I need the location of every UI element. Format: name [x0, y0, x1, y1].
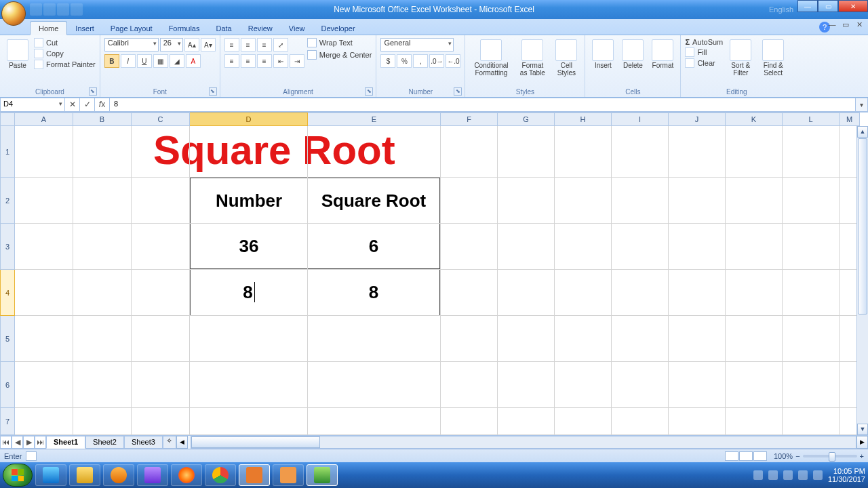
align-middle-button[interactable]: ≡ [241, 38, 256, 52]
align-bottom-button[interactable]: ≡ [257, 38, 272, 52]
taskbar-excel[interactable] [307, 464, 338, 486]
shrink-font-button[interactable]: A▾ [201, 38, 216, 52]
column-header-I[interactable]: I [612, 113, 669, 126]
sort-filter-button[interactable]: Sort & Filter [726, 38, 755, 78]
accounting-format-button[interactable]: $ [380, 54, 395, 68]
tray-action-center-icon[interactable] [798, 470, 808, 480]
autosum-button[interactable]: ΣAutoSum [685, 38, 723, 46]
page-break-view-button[interactable] [753, 451, 767, 461]
column-header-K[interactable]: K [726, 113, 783, 126]
cell-e4[interactable]: 8 [307, 268, 440, 316]
macro-record-icon[interactable] [26, 451, 37, 461]
align-left-button[interactable]: ≡ [224, 54, 239, 68]
tab-developer[interactable]: Developer [313, 22, 363, 35]
find-select-button[interactable]: Find & Select [758, 38, 788, 78]
fill-color-button[interactable]: ◢ [170, 54, 184, 68]
column-header-F[interactable]: F [441, 113, 498, 126]
percent-format-button[interactable]: % [397, 54, 412, 68]
increase-decimal-button[interactable]: .0→ [429, 54, 444, 68]
maximize-button[interactable]: ▭ [818, 0, 838, 12]
clear-button[interactable]: Clear [685, 58, 723, 68]
row-header-6[interactable]: 6 [0, 362, 15, 408]
number-dialog-launcher[interactable]: ⬊ [454, 87, 462, 96]
row-header-2[interactable]: 2 [0, 178, 15, 224]
row-header-7[interactable]: 7 [0, 408, 15, 435]
scroll-right-button[interactable]: ▶ [856, 436, 868, 449]
last-sheet-button[interactable]: ⏭ [35, 436, 46, 449]
select-all-button[interactable] [0, 113, 15, 126]
redo-icon[interactable] [57, 3, 69, 16]
copy-button[interactable]: Copy [34, 49, 96, 58]
tab-view[interactable]: View [281, 22, 313, 35]
ribbon-minimize-button[interactable]: — [826, 20, 838, 31]
border-button[interactable]: ▦ [153, 54, 168, 68]
header-number[interactable]: Number [190, 178, 308, 224]
tab-page-layout[interactable]: Page Layout [102, 22, 161, 35]
taskbar-media-player[interactable] [103, 464, 134, 486]
column-header-H[interactable]: H [555, 113, 612, 126]
decrease-indent-button[interactable]: ⇤ [273, 54, 288, 68]
ribbon-restore-button[interactable]: ▭ [840, 20, 852, 31]
decrease-decimal-button[interactable]: ←.0 [446, 54, 460, 68]
fill-button[interactable]: Fill [685, 47, 723, 57]
horizontal-scrollbar[interactable]: ◀ ▶ [176, 436, 868, 449]
prev-sheet-button[interactable]: ◀ [12, 436, 23, 449]
header-square-root[interactable]: Square Root [307, 178, 440, 224]
close-button[interactable]: ✕ [838, 0, 868, 12]
zoom-out-button[interactable]: − [795, 452, 800, 460]
row-header-1[interactable]: 1 [0, 126, 15, 178]
qat-customize-icon[interactable] [71, 3, 83, 16]
column-header-J[interactable]: J [669, 113, 726, 126]
italic-button[interactable]: I [121, 54, 136, 68]
comma-format-button[interactable]: , [413, 54, 428, 68]
tray-volume-icon[interactable] [783, 470, 793, 480]
font-name-combo[interactable]: Calibri [104, 38, 159, 52]
taskbar-app-orange-1[interactable] [239, 464, 270, 486]
insert-function-button[interactable]: fx [95, 98, 110, 112]
zoom-in-button[interactable]: + [860, 452, 864, 460]
delete-cells-button[interactable]: Delete [619, 38, 646, 70]
merge-center-button[interactable]: Merge & Center [307, 50, 372, 60]
insert-cells-button[interactable]: Insert [589, 38, 616, 70]
align-right-button[interactable]: ≡ [257, 54, 272, 68]
page-layout-view-button[interactable] [739, 451, 753, 461]
tray-network-icon[interactable] [768, 470, 778, 480]
scroll-up-button[interactable]: ▲ [857, 126, 868, 138]
name-box[interactable]: D4 [0, 98, 65, 112]
sheet-tab-3[interactable]: Sheet3 [124, 436, 163, 449]
format-cells-button[interactable]: Format [649, 38, 676, 70]
vertical-scrollbar[interactable]: ▲ ▼ [856, 126, 868, 435]
taskbar-app-orange-2[interactable] [273, 464, 304, 486]
font-dialog-launcher[interactable]: ⬊ [209, 87, 217, 96]
column-header-C[interactable]: C [132, 113, 190, 126]
scroll-left-button[interactable]: ◀ [176, 436, 188, 449]
insert-sheet-button[interactable]: ✧ [163, 436, 176, 449]
row-header-4[interactable]: 4 [0, 270, 15, 316]
taskbar-explorer[interactable] [69, 464, 100, 486]
tray-battery-icon[interactable] [813, 470, 823, 480]
orientation-button[interactable]: ⤢ [273, 38, 288, 52]
taskbar-chrome[interactable] [205, 464, 236, 486]
cut-button[interactable]: Cut [34, 38, 96, 47]
tab-home[interactable]: Home [30, 21, 67, 35]
hscroll-thumb[interactable] [191, 436, 320, 448]
taskbar-firefox[interactable] [171, 464, 202, 486]
grow-font-button[interactable]: A▴ [184, 38, 199, 52]
tray-clock[interactable]: 10:05 PM 11/30/2017 [828, 467, 865, 483]
scroll-down-button[interactable]: ▼ [857, 424, 868, 435]
wrap-text-button[interactable]: Wrap Text [307, 38, 372, 47]
taskbar-app-purple[interactable] [137, 464, 168, 486]
cell-styles-button[interactable]: Cell Styles [552, 38, 580, 78]
save-icon[interactable] [30, 3, 42, 16]
office-button[interactable] [1, 1, 26, 26]
tray-show-hidden-icon[interactable] [753, 470, 763, 480]
number-format-combo[interactable]: General [380, 38, 454, 52]
tab-data[interactable]: Data [208, 22, 239, 35]
conditional-formatting-button[interactable]: Conditional Formatting [469, 38, 513, 78]
next-sheet-button[interactable]: ▶ [23, 436, 35, 449]
normal-view-button[interactable] [725, 451, 738, 461]
zoom-slider[interactable] [803, 455, 857, 458]
font-color-button[interactable]: A [186, 54, 201, 68]
clipboard-dialog-launcher[interactable]: ⬊ [89, 87, 97, 96]
alignment-dialog-launcher[interactable]: ⬊ [365, 87, 373, 96]
